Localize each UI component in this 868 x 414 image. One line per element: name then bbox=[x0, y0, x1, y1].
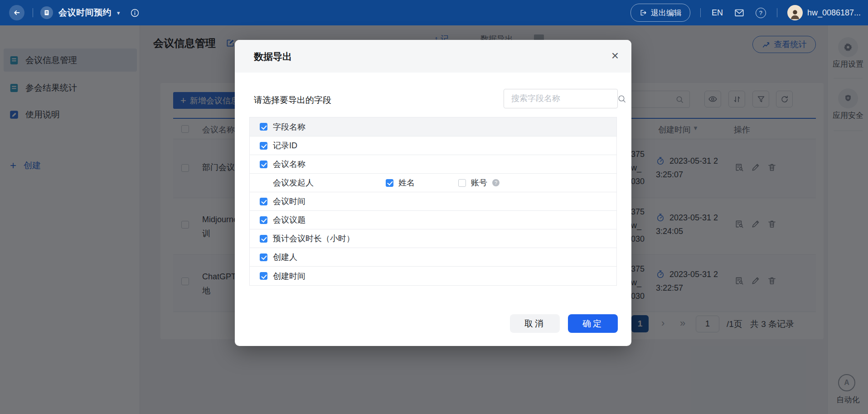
help-icon[interactable]: ? bbox=[756, 8, 766, 18]
modal-title: 数据导出 bbox=[254, 50, 292, 63]
field-row[interactable]: 会议时间 bbox=[250, 192, 616, 211]
field-label: 记录ID bbox=[273, 140, 297, 151]
divider bbox=[700, 8, 701, 17]
top-bar: 会议时间预约 ▾ 退出编辑 EN ? hw_0086187... bbox=[0, 0, 868, 25]
field-row-header[interactable]: 字段名称 bbox=[250, 117, 616, 136]
field-row[interactable]: 预计会议时长（小时） bbox=[250, 229, 616, 248]
username[interactable]: hw_0086187... bbox=[807, 8, 861, 18]
field-row[interactable]: 创建时间 bbox=[250, 267, 616, 285]
field-label: 会议议题 bbox=[273, 214, 305, 225]
help-icon[interactable]: ? bbox=[492, 179, 499, 186]
user-avatar[interactable] bbox=[787, 5, 803, 20]
field-checkbox[interactable] bbox=[260, 198, 267, 205]
modal-header: 数据导出 × bbox=[235, 40, 631, 73]
close-icon[interactable]: × bbox=[611, 48, 619, 64]
sub-option-label: 姓名 bbox=[398, 177, 415, 188]
field-label: 创建时间 bbox=[273, 271, 305, 282]
cancel-button[interactable]: 取消 bbox=[510, 314, 560, 333]
field-checkbox[interactable] bbox=[260, 123, 267, 131]
field-checkbox[interactable] bbox=[260, 272, 267, 280]
search-icon bbox=[617, 94, 626, 103]
confirm-button[interactable]: 确定 bbox=[568, 314, 618, 333]
field-row[interactable]: 记录ID bbox=[250, 136, 616, 155]
back-arrow-icon bbox=[13, 9, 21, 17]
field-row[interactable]: 会议议题 bbox=[250, 211, 616, 229]
field-search-box bbox=[504, 89, 618, 108]
exit-edit-label: 退出编辑 bbox=[651, 8, 682, 18]
mail-icon[interactable] bbox=[734, 8, 745, 18]
data-export-modal: 数据导出 × 请选择要导出的字段 字段名称 记录ID 会议名称 bbox=[235, 40, 631, 346]
app-title: 会议时间预约 bbox=[58, 7, 112, 19]
app-doc-icon bbox=[40, 6, 53, 19]
export-field-list: 字段名称 记录ID 会议名称 会议发起人 姓名 账号 ? bbox=[249, 117, 617, 286]
field-checkbox[interactable] bbox=[386, 179, 393, 187]
field-checkbox[interactable] bbox=[260, 235, 267, 243]
field-search-input[interactable] bbox=[510, 93, 617, 104]
field-label: 字段名称 bbox=[273, 122, 305, 132]
field-row[interactable]: 创建人 bbox=[250, 248, 616, 267]
field-label: 会议名称 bbox=[273, 159, 305, 170]
back-button[interactable] bbox=[9, 5, 24, 20]
field-checkbox[interactable] bbox=[260, 161, 267, 168]
divider bbox=[33, 8, 33, 17]
sub-option-name[interactable]: 姓名 bbox=[386, 177, 415, 188]
app-switcher-caret-icon[interactable]: ▾ bbox=[117, 10, 120, 16]
field-row[interactable]: 会议名称 bbox=[250, 155, 616, 174]
language-switch[interactable]: EN bbox=[712, 8, 723, 18]
field-select-prompt: 请选择要导出的字段 bbox=[254, 94, 331, 106]
field-checkbox[interactable] bbox=[260, 216, 267, 224]
field-checkbox[interactable] bbox=[260, 142, 267, 150]
field-label: 预计会议时长（小时） bbox=[273, 233, 354, 244]
field-checkbox[interactable] bbox=[458, 179, 466, 187]
field-checkbox[interactable] bbox=[260, 253, 267, 261]
field-group-label: 会议发起人 bbox=[273, 177, 314, 188]
field-label: 会议时间 bbox=[273, 196, 305, 207]
sub-option-label: 账号 bbox=[471, 177, 487, 188]
app-root: 会议时间预约 ▾ 退出编辑 EN ? hw_0086187... bbox=[0, 0, 868, 414]
info-icon[interactable] bbox=[130, 8, 140, 18]
divider bbox=[777, 8, 777, 17]
field-label: 创建人 bbox=[273, 252, 297, 263]
field-row-group: 会议发起人 姓名 账号 ? bbox=[250, 174, 616, 192]
exit-edit-button[interactable]: 退出编辑 bbox=[630, 4, 690, 22]
exit-icon bbox=[639, 9, 647, 17]
sub-option-account[interactable]: 账号 ? bbox=[458, 177, 499, 188]
